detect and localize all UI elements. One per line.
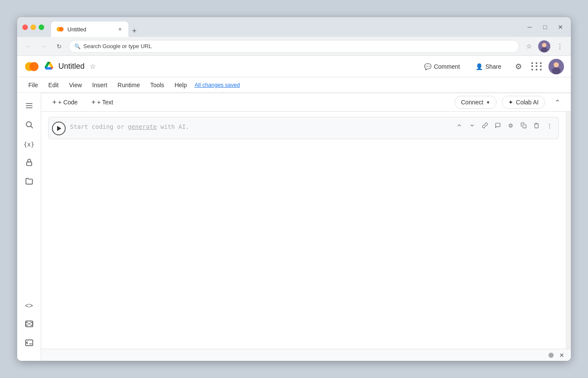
- window-close-button[interactable]: ✕: [555, 22, 566, 32]
- cell-settings-button[interactable]: ⚙: [505, 120, 516, 131]
- svg-point-7: [30, 62, 39, 71]
- svg-point-9: [554, 62, 559, 67]
- reload-button[interactable]: ↻: [53, 40, 65, 52]
- svg-line-15: [30, 126, 33, 128]
- forward-button[interactable]: →: [38, 40, 50, 52]
- code-cell: ⚙: [48, 117, 559, 139]
- collapse-sections-button[interactable]: ⌃: [550, 95, 564, 109]
- terminal-button[interactable]: [21, 335, 38, 352]
- url-bar[interactable]: 🔍 Search Google or type URL: [69, 40, 519, 53]
- connect-button[interactable]: Connect ▼: [455, 96, 497, 109]
- connect-label: Connect: [461, 99, 483, 106]
- apps-dot: [540, 69, 542, 70]
- add-text-button[interactable]: + + Text: [87, 97, 118, 108]
- app-header: Untitled ☆ 💬 Comment 👤 Share ⚙: [17, 56, 571, 77]
- user-avatar[interactable]: [549, 59, 564, 74]
- active-tab[interactable]: Untitled ✕: [51, 21, 128, 37]
- generate-link[interactable]: generate: [128, 123, 157, 130]
- left-sidebar: {x}: [17, 93, 41, 361]
- table-of-contents-button[interactable]: [21, 98, 38, 115]
- tab-title: Untitled: [67, 26, 86, 33]
- menu-tools[interactable]: Tools: [146, 80, 169, 90]
- bookmark-button[interactable]: ☆: [523, 40, 535, 52]
- colab-ai-button[interactable]: ✦ Colab AI: [502, 96, 545, 109]
- address-bar-actions: ☆ ⋮: [523, 40, 566, 52]
- run-cell-button[interactable]: [52, 122, 66, 135]
- link-cell-button[interactable]: [479, 120, 491, 131]
- svg-rect-16: [27, 162, 32, 165]
- menu-help[interactable]: Help: [170, 80, 191, 90]
- window-restore-button[interactable]: □: [540, 22, 550, 32]
- comment-cell-button[interactable]: [492, 120, 503, 131]
- code-snippets-button[interactable]: <>: [21, 297, 38, 314]
- maximize-window-button[interactable]: [39, 24, 44, 30]
- menu-edit[interactable]: Edit: [44, 80, 63, 90]
- notebook-container: ⚙: [41, 112, 566, 144]
- tab-close-button[interactable]: ✕: [116, 26, 123, 33]
- cell-placeholder-text[interactable]: Start coding or generate with AI.: [70, 121, 189, 130]
- header-actions: 💬 Comment 👤 Share ⚙: [418, 59, 564, 74]
- colab-ai-sparkle-icon: ✦: [508, 99, 513, 106]
- copy-cell-button[interactable]: [518, 120, 529, 131]
- share-icon: 👤: [476, 63, 483, 70]
- back-button[interactable]: ←: [22, 40, 34, 52]
- colab-ai-label: Colab AI: [516, 99, 539, 106]
- window-controls-right: ─ □ ✕: [524, 22, 566, 32]
- run-triangle-icon: [57, 126, 61, 131]
- variables-button[interactable]: {x}: [21, 136, 38, 153]
- delete-cell-button[interactable]: [531, 120, 542, 131]
- secrets-button[interactable]: [21, 155, 38, 172]
- bottom-close-button[interactable]: ✕: [558, 351, 566, 359]
- secrets-icon: [25, 158, 33, 169]
- search-sidebar-button[interactable]: [21, 117, 38, 134]
- tab-bar: Untitled ✕ +: [51, 17, 521, 37]
- connect-dropdown-icon: ▼: [486, 100, 490, 105]
- chrome-menu-button[interactable]: ⋮: [554, 40, 566, 52]
- command-palette-button[interactable]: [21, 316, 38, 333]
- window-minimize-button[interactable]: ─: [524, 22, 535, 32]
- sidebar-bottom-items: <>: [21, 297, 38, 356]
- files-button[interactable]: [21, 174, 38, 191]
- new-tab-button[interactable]: +: [128, 25, 140, 37]
- menu-file[interactable]: File: [24, 80, 42, 90]
- variables-icon: {x}: [24, 141, 34, 148]
- cell-toolbar: ⚙: [454, 120, 555, 131]
- apps-button[interactable]: [530, 59, 545, 74]
- status-indicator: [549, 353, 554, 358]
- menu-runtime[interactable]: Runtime: [113, 80, 144, 90]
- notebook-area: ⚙: [41, 112, 566, 349]
- close-window-button[interactable]: [22, 24, 28, 30]
- apps-dot: [531, 69, 533, 70]
- apps-dot: [531, 62, 533, 64]
- move-cell-down-button[interactable]: [467, 120, 478, 131]
- menu-insert[interactable]: Insert: [88, 80, 112, 90]
- add-code-button[interactable]: + + Code: [48, 97, 82, 108]
- svg-point-1: [59, 27, 64, 32]
- chrome-profile-avatar[interactable]: [538, 40, 550, 52]
- save-status[interactable]: All changes saved: [194, 82, 240, 88]
- apps-dot: [540, 62, 542, 64]
- add-text-label: + Text: [97, 99, 113, 106]
- minimize-window-button[interactable]: [30, 24, 36, 30]
- star-button[interactable]: ☆: [90, 62, 96, 70]
- window-controls: [22, 24, 44, 30]
- files-icon: [25, 177, 33, 188]
- share-button[interactable]: 👤 Share: [470, 61, 507, 73]
- menu-view[interactable]: View: [65, 80, 86, 90]
- comment-icon: 💬: [424, 63, 431, 70]
- apps-dot: [531, 65, 533, 67]
- bottom-bar: ✕: [41, 349, 571, 361]
- title-bar: Untitled ✕ + ─ □ ✕: [17, 17, 571, 37]
- add-code-icon: +: [52, 98, 56, 106]
- svg-point-14: [26, 122, 31, 127]
- tab-favicon: [56, 25, 64, 33]
- colab-logo: [24, 59, 39, 74]
- main-content: {x}: [17, 93, 571, 361]
- command-palette-icon: [25, 320, 33, 330]
- more-options-button[interactable]: ⋮: [544, 120, 555, 131]
- comment-button[interactable]: 💬 Comment: [418, 61, 466, 73]
- settings-button[interactable]: ⚙: [511, 59, 526, 74]
- right-scrollbar[interactable]: [566, 112, 571, 349]
- drive-icon-wrapper: [45, 61, 53, 72]
- move-cell-up-button[interactable]: [454, 120, 465, 131]
